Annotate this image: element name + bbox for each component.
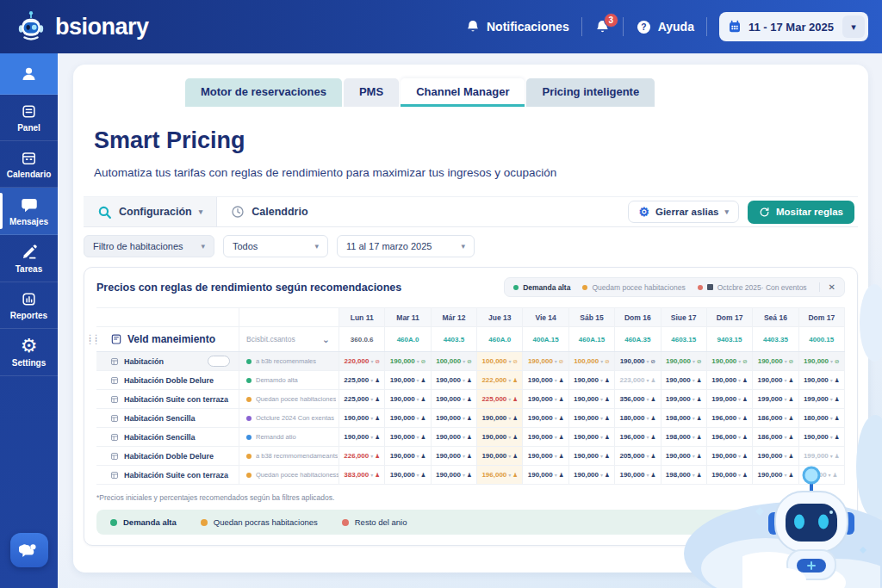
price-cell[interactable]: 190,000▾♟: [523, 466, 568, 484]
sidebar-item-panel[interactable]: Panel: [0, 95, 58, 141]
close-rooms-button[interactable]: ⚙ Gierrar aslias ▾: [628, 201, 739, 223]
price-cell[interactable]: 196,000▾♟: [707, 409, 753, 427]
price-cell[interactable]: 190,000▾♟: [477, 428, 523, 446]
price-cell[interactable]: 190,000▾♟: [569, 390, 615, 408]
brand-logo[interactable]: bsionary: [14, 9, 149, 44]
price-cell[interactable]: 190,000▾♟: [477, 409, 523, 427]
price-cell[interactable]: 190,000▾♟: [662, 447, 707, 465]
configuration-menu[interactable]: Configuración ▾: [84, 197, 217, 226]
price-cell[interactable]: 190,000▾♟: [432, 428, 477, 446]
show-rules-button[interactable]: Mositar reglas: [748, 201, 854, 224]
price-cell[interactable]: 190,000▾♟: [477, 447, 523, 465]
price-cell[interactable]: 190,000▾♟: [385, 409, 431, 427]
price-cell[interactable]: 225,000▾♟: [339, 371, 385, 389]
price-cell[interactable]: 190,000▾♟: [339, 428, 385, 446]
filter-dropdown-1[interactable]: Todos▾: [223, 235, 328, 257]
price-cell[interactable]: 199,000▾♟: [707, 390, 753, 408]
filter-dropdown-0[interactable]: Filtro de habitaciones▾: [84, 235, 214, 257]
tab-pricing-inteligente[interactable]: Pricing inteligente: [526, 78, 655, 107]
price-cell[interactable]: 196,000▾♟: [615, 428, 661, 446]
price-cell[interactable]: 190,000▾♟: [569, 447, 615, 465]
price-cell[interactable]: 190,000▾♟: [615, 466, 661, 484]
price-cell[interactable]: 223,000▾♟: [615, 371, 661, 389]
sidebar-item-settings[interactable]: ⚙Settings: [0, 329, 58, 376]
tab-channel-manager[interactable]: Channel Manager: [401, 78, 525, 107]
price-cell[interactable]: 180,000▾♟: [799, 409, 845, 427]
price-cell[interactable]: 186,000▾♟: [753, 409, 798, 427]
price-cell[interactable]: 190,000▾♟: [432, 371, 477, 389]
calendar-view-tab[interactable]: Calenddrio: [217, 197, 321, 226]
drag-handle-icon[interactable]: ⋮⋮⋮⋮: [86, 336, 98, 343]
sidebar-item-profile[interactable]: [0, 53, 58, 95]
price-cell[interactable]: 100,000▾⊘: [432, 352, 477, 370]
price-cell[interactable]: 225,000▾♟: [339, 390, 385, 408]
help-link[interactable]: ? Ayuda: [636, 19, 694, 35]
price-cell[interactable]: 199,000▾♟: [799, 390, 845, 408]
price-cell[interactable]: 190,000▾♟: [523, 371, 568, 389]
notification-bell-button[interactable]: 3: [594, 19, 611, 35]
price-cell[interactable]: 356,000▾♟: [615, 390, 661, 408]
price-cell[interactable]: 190,000▾♟: [432, 390, 477, 408]
price-cell[interactable]: 190,000▾♟: [799, 371, 845, 389]
summary-dropdown[interactable]: Bcisbit.csantos⌄: [239, 327, 339, 351]
price-cell[interactable]: 199,000▾♟: [662, 390, 707, 408]
chevron-down-icon[interactable]: ▾: [842, 15, 865, 38]
price-cell[interactable]: 190,000▾♟: [523, 428, 568, 446]
price-cell[interactable]: 198,000▾♟: [662, 409, 707, 427]
price-cell[interactable]: 190,000▾♟: [523, 390, 568, 408]
price-cell[interactable]: 190,000▾⊘: [799, 352, 845, 370]
filter-dropdown-2[interactable]: 11 al 17 marzo 2025▾: [337, 235, 475, 257]
price-cell[interactable]: 100,000▾⊘: [477, 352, 523, 370]
price-cell[interactable]: 190,000▾♟: [432, 447, 477, 465]
sidebar-item-mensajes[interactable]: Mensajes: [0, 188, 58, 235]
price-cell[interactable]: 190,000▾♟: [385, 447, 431, 465]
price-cell[interactable]: 190,000▾♟: [662, 371, 707, 389]
date-range-picker[interactable]: 11 - 17 Mar 2025 ▾: [719, 12, 868, 41]
price-cell[interactable]: 226,000▾♟: [339, 447, 385, 465]
price-cell[interactable]: 220,000▾⊘: [339, 352, 385, 370]
price-cell[interactable]: 190,000▾⊘: [385, 352, 431, 370]
price-cell[interactable]: 198,000▾♟: [662, 466, 707, 484]
price-cell[interactable]: 196,000▾♟: [477, 466, 523, 484]
price-cell[interactable]: 190,000▾♟: [523, 409, 568, 427]
price-cell[interactable]: 190,000▾♟: [753, 371, 798, 389]
price-cell[interactable]: 100,000▾⊘: [569, 352, 615, 370]
price-cell[interactable]: 190,000▾♟: [707, 371, 753, 389]
price-cell[interactable]: 190,000▾♟: [569, 409, 615, 427]
price-cell[interactable]: 222,000▾♟: [477, 371, 523, 389]
price-cell[interactable]: 198,000▾♟: [662, 428, 707, 446]
price-cell[interactable]: 205,000▾♟: [615, 447, 661, 465]
price-cell[interactable]: 190,000▾♟: [523, 447, 568, 465]
price-cell[interactable]: 190,000▾♟: [432, 466, 477, 484]
price-cell[interactable]: 190,000▾⊘: [523, 352, 568, 370]
chat-assistant-button[interactable]: [10, 533, 48, 567]
price-cell[interactable]: 190,000▾⊘: [707, 352, 753, 370]
price-cell[interactable]: 180,000▾♟: [615, 409, 661, 427]
price-cell[interactable]: 190,000▾♟: [432, 409, 477, 427]
sidebar-item-calendario[interactable]: Calendario: [0, 141, 58, 188]
price-cell[interactable]: 199,000▾♟: [753, 390, 798, 408]
tab-motor-de-reservaciones[interactable]: Motor de reservaciones: [185, 78, 342, 107]
price-cell[interactable]: 225,000▾♟: [477, 390, 523, 408]
price-cell[interactable]: 190,000▾♟: [799, 428, 845, 446]
tab-pms[interactable]: PMS: [344, 78, 399, 107]
room-toggle[interactable]: [208, 356, 230, 367]
price-cell[interactable]: 186,000▾♟: [753, 428, 798, 446]
price-cell[interactable]: 190,000▾♟: [569, 466, 615, 484]
price-cell[interactable]: 190,000▾♟: [569, 371, 615, 389]
price-cell[interactable]: 190,000▾⊘: [615, 352, 661, 370]
sidebar-item-tareas[interactable]: Tareas: [0, 235, 58, 282]
price-cell[interactable]: 190,000▾♟: [385, 371, 431, 389]
price-cell[interactable]: 190,000▾♟: [569, 428, 615, 446]
price-cell[interactable]: 190,000▾♟: [385, 428, 431, 446]
price-cell[interactable]: 190,000▾♟: [385, 390, 431, 408]
price-cell[interactable]: 190,000▾⊘: [753, 352, 798, 370]
price-cell[interactable]: 190,000▾♟: [385, 466, 431, 484]
notifications-link[interactable]: Notificaciones: [465, 19, 569, 34]
close-legend-button[interactable]: ✕: [819, 282, 835, 292]
price-cell[interactable]: 383,000▾♟: [339, 466, 385, 484]
sidebar-item-reportes[interactable]: Reportes: [0, 282, 58, 329]
price-cell[interactable]: 196,000▾♟: [707, 428, 753, 446]
price-cell[interactable]: 190,000▾♟: [339, 409, 385, 427]
price-cell[interactable]: 190,000▾⊘: [662, 352, 707, 370]
